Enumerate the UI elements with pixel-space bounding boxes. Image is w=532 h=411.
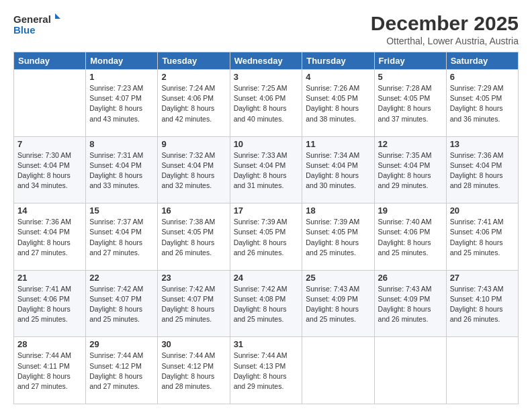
- calendar-cell: 5Sunrise: 7:28 AM Sunset: 4:05 PM Daylig…: [374, 70, 446, 137]
- day-number: 31: [234, 339, 299, 349]
- day-info: Sunrise: 7:29 AM Sunset: 4:05 PM Dayligh…: [450, 83, 515, 124]
- calendar-week-3: 14Sunrise: 7:36 AM Sunset: 4:04 PM Dayli…: [14, 203, 519, 271]
- svg-text:General: General: [13, 13, 51, 25]
- day-info: Sunrise: 7:37 AM Sunset: 4:04 PM Dayligh…: [89, 217, 154, 258]
- day-number: 23: [161, 273, 226, 283]
- calendar-cell: [14, 70, 86, 137]
- calendar-week-1: 1Sunrise: 7:23 AM Sunset: 4:07 PM Daylig…: [14, 70, 519, 137]
- day-number: 3: [234, 72, 299, 82]
- calendar-cell: 29Sunrise: 7:44 AM Sunset: 4:12 PM Dayli…: [86, 337, 158, 404]
- calendar-cell: 23Sunrise: 7:42 AM Sunset: 4:07 PM Dayli…: [158, 270, 230, 337]
- header: General Blue December 2025 Otterthal, Lo…: [13, 12, 519, 46]
- logo: General Blue: [13, 12, 60, 36]
- day-number: 29: [89, 339, 154, 349]
- day-number: 7: [17, 139, 82, 149]
- day-info: Sunrise: 7:36 AM Sunset: 4:04 PM Dayligh…: [17, 217, 82, 258]
- day-info: Sunrise: 7:35 AM Sunset: 4:04 PM Dayligh…: [378, 150, 443, 191]
- day-number: 30: [161, 339, 226, 349]
- day-info: Sunrise: 7:41 AM Sunset: 4:06 PM Dayligh…: [450, 217, 515, 258]
- svg-marker-2: [55, 13, 60, 19]
- day-info: Sunrise: 7:39 AM Sunset: 4:05 PM Dayligh…: [234, 217, 299, 258]
- calendar-cell: 24Sunrise: 7:42 AM Sunset: 4:08 PM Dayli…: [230, 270, 302, 337]
- svg-text:Blue: Blue: [13, 24, 36, 36]
- day-number: 2: [161, 72, 226, 82]
- day-number: 28: [17, 339, 82, 349]
- day-info: Sunrise: 7:42 AM Sunset: 4:07 PM Dayligh…: [161, 284, 226, 325]
- calendar-cell: [374, 337, 446, 404]
- day-info: Sunrise: 7:32 AM Sunset: 4:04 PM Dayligh…: [161, 150, 226, 191]
- calendar-cell: 3Sunrise: 7:25 AM Sunset: 4:06 PM Daylig…: [230, 70, 302, 137]
- day-number: 19: [378, 205, 443, 216]
- calendar-cell: [302, 337, 374, 404]
- calendar-cell: 11Sunrise: 7:34 AM Sunset: 4:04 PM Dayli…: [302, 136, 374, 203]
- calendar-cell: 12Sunrise: 7:35 AM Sunset: 4:04 PM Dayli…: [374, 136, 446, 203]
- day-info: Sunrise: 7:38 AM Sunset: 4:05 PM Dayligh…: [161, 217, 226, 258]
- day-info: Sunrise: 7:25 AM Sunset: 4:06 PM Dayligh…: [234, 83, 299, 124]
- day-info: Sunrise: 7:42 AM Sunset: 4:08 PM Dayligh…: [234, 284, 299, 325]
- day-number: 26: [378, 273, 443, 283]
- day-number: 18: [306, 205, 370, 216]
- calendar-cell: 27Sunrise: 7:43 AM Sunset: 4:10 PM Dayli…: [446, 270, 518, 337]
- day-number: 24: [234, 273, 299, 283]
- day-number: 11: [306, 139, 370, 149]
- calendar-cell: 26Sunrise: 7:43 AM Sunset: 4:09 PM Dayli…: [374, 270, 446, 337]
- calendar-cell: 30Sunrise: 7:44 AM Sunset: 4:12 PM Dayli…: [158, 337, 230, 404]
- day-info: Sunrise: 7:33 AM Sunset: 4:04 PM Dayligh…: [234, 150, 299, 191]
- day-number: 6: [450, 72, 515, 82]
- calendar-cell: 8Sunrise: 7:31 AM Sunset: 4:04 PM Daylig…: [86, 136, 158, 203]
- calendar-body: 1Sunrise: 7:23 AM Sunset: 4:07 PM Daylig…: [14, 70, 519, 404]
- calendar-table: SundayMondayTuesdayWednesdayThursdayFrid…: [13, 52, 519, 404]
- title-block: December 2025 Otterthal, Lower Austria, …: [371, 12, 519, 46]
- day-info: Sunrise: 7:36 AM Sunset: 4:04 PM Dayligh…: [450, 150, 515, 191]
- day-info: Sunrise: 7:28 AM Sunset: 4:05 PM Dayligh…: [378, 83, 443, 124]
- calendar-cell: 16Sunrise: 7:38 AM Sunset: 4:05 PM Dayli…: [158, 203, 230, 271]
- calendar-cell: 14Sunrise: 7:36 AM Sunset: 4:04 PM Dayli…: [14, 203, 86, 271]
- calendar-cell: 22Sunrise: 7:42 AM Sunset: 4:07 PM Dayli…: [86, 270, 158, 337]
- column-header-monday: Monday: [86, 52, 158, 70]
- day-number: 14: [17, 205, 82, 216]
- calendar-week-2: 7Sunrise: 7:30 AM Sunset: 4:04 PM Daylig…: [14, 136, 519, 203]
- day-info: Sunrise: 7:43 AM Sunset: 4:09 PM Dayligh…: [378, 284, 443, 325]
- calendar-cell: [446, 337, 518, 404]
- day-info: Sunrise: 7:44 AM Sunset: 4:11 PM Dayligh…: [17, 351, 82, 392]
- day-info: Sunrise: 7:44 AM Sunset: 4:12 PM Dayligh…: [89, 351, 154, 392]
- day-info: Sunrise: 7:26 AM Sunset: 4:05 PM Dayligh…: [306, 83, 370, 124]
- day-info: Sunrise: 7:31 AM Sunset: 4:04 PM Dayligh…: [89, 150, 154, 191]
- day-info: Sunrise: 7:44 AM Sunset: 4:12 PM Dayligh…: [161, 351, 226, 392]
- calendar-week-5: 28Sunrise: 7:44 AM Sunset: 4:11 PM Dayli…: [14, 337, 519, 404]
- calendar-cell: 28Sunrise: 7:44 AM Sunset: 4:11 PM Dayli…: [14, 337, 86, 404]
- calendar-week-4: 21Sunrise: 7:41 AM Sunset: 4:06 PM Dayli…: [14, 270, 519, 337]
- day-number: 21: [17, 273, 82, 283]
- day-info: Sunrise: 7:41 AM Sunset: 4:06 PM Dayligh…: [17, 284, 82, 325]
- day-number: 9: [161, 139, 226, 149]
- calendar-cell: 2Sunrise: 7:24 AM Sunset: 4:06 PM Daylig…: [158, 70, 230, 137]
- day-number: 20: [450, 205, 515, 216]
- day-info: Sunrise: 7:43 AM Sunset: 4:09 PM Dayligh…: [306, 284, 370, 325]
- calendar-cell: 15Sunrise: 7:37 AM Sunset: 4:04 PM Dayli…: [86, 203, 158, 271]
- day-info: Sunrise: 7:39 AM Sunset: 4:05 PM Dayligh…: [306, 217, 370, 258]
- calendar-cell: 7Sunrise: 7:30 AM Sunset: 4:04 PM Daylig…: [14, 136, 86, 203]
- calendar-cell: 21Sunrise: 7:41 AM Sunset: 4:06 PM Dayli…: [14, 270, 86, 337]
- column-header-tuesday: Tuesday: [158, 52, 230, 70]
- column-header-thursday: Thursday: [302, 52, 374, 70]
- day-number: 12: [378, 139, 443, 149]
- day-number: 17: [234, 205, 299, 216]
- calendar-cell: 13Sunrise: 7:36 AM Sunset: 4:04 PM Dayli…: [446, 136, 518, 203]
- day-info: Sunrise: 7:40 AM Sunset: 4:06 PM Dayligh…: [378, 217, 443, 258]
- day-number: 4: [306, 72, 370, 82]
- column-header-wednesday: Wednesday: [230, 52, 302, 70]
- calendar-cell: 1Sunrise: 7:23 AM Sunset: 4:07 PM Daylig…: [86, 70, 158, 137]
- column-header-sunday: Sunday: [14, 52, 86, 70]
- day-info: Sunrise: 7:23 AM Sunset: 4:07 PM Dayligh…: [89, 83, 154, 124]
- calendar-cell: 9Sunrise: 7:32 AM Sunset: 4:04 PM Daylig…: [158, 136, 230, 203]
- calendar-cell: 6Sunrise: 7:29 AM Sunset: 4:05 PM Daylig…: [446, 70, 518, 137]
- column-header-friday: Friday: [374, 52, 446, 70]
- day-number: 27: [450, 273, 515, 283]
- day-number: 16: [161, 205, 226, 216]
- calendar-cell: 18Sunrise: 7:39 AM Sunset: 4:05 PM Dayli…: [302, 203, 374, 271]
- logo-svg: General Blue: [13, 12, 60, 36]
- calendar-cell: 17Sunrise: 7:39 AM Sunset: 4:05 PM Dayli…: [230, 203, 302, 271]
- day-info: Sunrise: 7:43 AM Sunset: 4:10 PM Dayligh…: [450, 284, 515, 325]
- day-number: 22: [89, 273, 154, 283]
- month-title: December 2025: [371, 12, 519, 34]
